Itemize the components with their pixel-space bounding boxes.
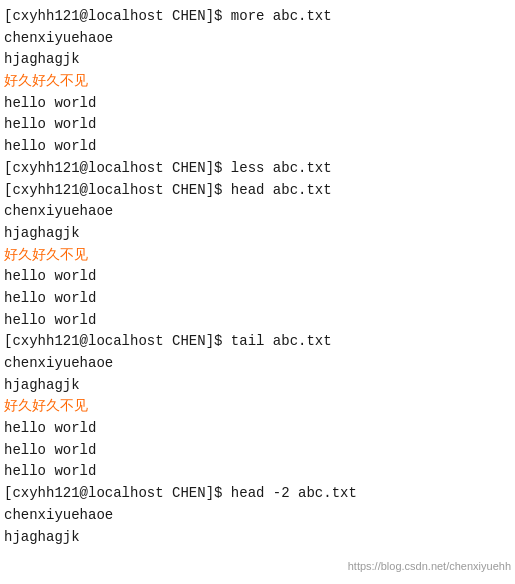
terminal-line: hello world [4, 136, 511, 158]
terminal-line: hjaghagjk [4, 375, 511, 397]
terminal-line: hello world [4, 288, 511, 310]
watermark: https://blog.csdn.net/chenxiyuehh [348, 558, 511, 576]
terminal-line: hjaghagjk [4, 223, 511, 245]
terminal-line: hello world [4, 266, 511, 288]
terminal-line: [cxyhh121@localhost CHEN]$ less abc.txt [4, 158, 511, 180]
terminal-line: chenxiyuehaoe [4, 505, 511, 527]
terminal-line: 好久好久不见 [4, 245, 511, 267]
terminal-line: 好久好久不见 [4, 71, 511, 93]
terminal-line: hjaghagjk [4, 49, 511, 71]
terminal-line: [cxyhh121@localhost CHEN]$ tail abc.txt [4, 331, 511, 353]
terminal-line: hello world [4, 461, 511, 483]
terminal-output: [cxyhh121@localhost CHEN]$ more abc.txtc… [4, 6, 511, 548]
terminal-line: hello world [4, 93, 511, 115]
terminal-line: [cxyhh121@localhost CHEN]$ head -2 abc.t… [4, 483, 511, 505]
terminal-line: hello world [4, 310, 511, 332]
terminal-line: chenxiyuehaoe [4, 201, 511, 223]
terminal-line: chenxiyuehaoe [4, 28, 511, 50]
terminal-window: [cxyhh121@localhost CHEN]$ more abc.txtc… [0, 0, 515, 584]
terminal-line: hjaghagjk [4, 527, 511, 549]
terminal-line: hello world [4, 440, 511, 462]
terminal-line: 好久好久不见 [4, 396, 511, 418]
terminal-line: hello world [4, 418, 511, 440]
terminal-line: hello world [4, 114, 511, 136]
terminal-line: [cxyhh121@localhost CHEN]$ head abc.txt [4, 180, 511, 202]
terminal-line: [cxyhh121@localhost CHEN]$ more abc.txt [4, 6, 511, 28]
terminal-line: chenxiyuehaoe [4, 353, 511, 375]
